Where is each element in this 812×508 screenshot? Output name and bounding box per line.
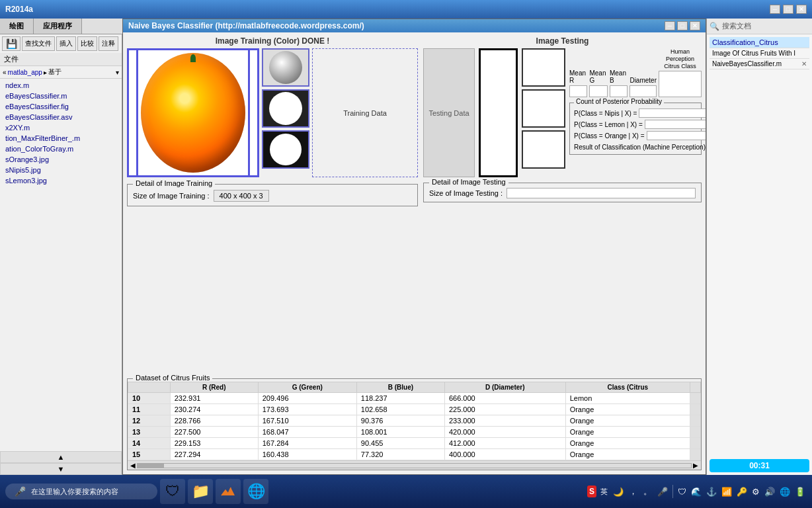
scroll-track [137, 463, 692, 468]
cell-r: 227.294 [170, 449, 258, 460]
testing-data-box: Testing Data [423, 48, 475, 177]
tray-english-icon[interactable]: 英 [598, 486, 610, 498]
mean-b-input[interactable] [610, 85, 628, 97]
chevron-down-icon[interactable]: ▾ [116, 69, 119, 76]
tray-area: S 英 🌙 ， 。 🎤 🛡 🌊 ⚓ 📶 🔑 ⚙ 🔊 🌐 🔋 [587, 484, 807, 499]
cell-r: 230.274 [170, 404, 258, 415]
tray-speaker-icon[interactable]: 🔊 [763, 486, 776, 498]
right-item-1[interactable]: Image Of Citrus Fruits With I [710, 48, 809, 59]
window-title: Naive Bayes Classifier (http://matlabfre… [128, 21, 364, 30]
file-item-4[interactable]: x2XY.m [0, 122, 122, 133]
file-sidebar: 文件 « matlab_app ▸ 基于 ▾ ndex.m eBayesClas… [0, 53, 122, 475]
result-row: Result of Classification (Machine Percep… [574, 142, 697, 151]
toolbar-compare-btn[interactable]: 比较 [77, 36, 97, 51]
orange-label: P(Class = Orange | X) = [574, 132, 645, 140]
win-minimize-btn[interactable]: ─ [665, 21, 675, 30]
cell-d: 225.000 [444, 404, 565, 415]
scroll-right-icon[interactable]: ▶ [693, 462, 698, 469]
size-value-box: 400 x 400 x 3 [214, 190, 269, 202]
tray-moon-icon[interactable]: 🌙 [612, 486, 625, 498]
tab-app[interactable]: 应用程序 [34, 19, 82, 34]
table-hscroll[interactable]: ◀ ▶ [128, 460, 701, 470]
toolbar-comment-btn[interactable]: 注释 [99, 36, 118, 51]
matlab-maximize[interactable]: □ [783, 5, 793, 14]
scroll-up-btn[interactable]: ▲ [0, 451, 122, 463]
testing-main-image [479, 48, 518, 177]
close-icon[interactable]: ✕ [801, 60, 807, 67]
cell-class: Orange [565, 449, 690, 460]
cell-d: 412.000 [444, 438, 565, 449]
file-item-7[interactable]: sOrange3.jpg [0, 154, 122, 165]
human-perception-input[interactable] [659, 71, 702, 97]
search-bar: 🔍 搜索文档 [707, 19, 812, 34]
file-item-1[interactable]: eBayesClassifier.m [0, 91, 122, 101]
matlab-minimize[interactable]: ─ [770, 5, 780, 14]
toolbar-save-btn[interactable]: 💾 [2, 36, 20, 51]
chevron-left-icon[interactable]: « [3, 69, 7, 76]
toolbar-insert-btn[interactable]: 插入 [56, 36, 76, 51]
tray-droplet-icon[interactable]: 🌊 [690, 486, 703, 498]
file-item-3[interactable]: eBayesClassifier.asv [0, 112, 122, 122]
cell-b: 118.237 [356, 393, 444, 404]
testing-header: Image Testing [423, 36, 702, 46]
panels-row: Image Training (Color) DONE ! [127, 36, 702, 372]
testing-thumb-col [522, 48, 565, 177]
tray-divider [672, 485, 673, 498]
tray-battery-icon[interactable]: 🔋 [793, 486, 807, 498]
binary-circle [269, 92, 302, 125]
table-row: 14 229.153 167.284 90.455 412.000 Orange [128, 438, 701, 449]
col-header-r: R (Red) [170, 382, 258, 393]
file-item-2[interactable]: eBayesClassifier.fig [0, 101, 122, 112]
taskbar-matlab-icon[interactable] [216, 479, 241, 504]
testing-size-input[interactable] [507, 188, 696, 198]
file-item-8[interactable]: sNipis5.jpg [0, 165, 122, 175]
tray-comma-icon[interactable]: ， [627, 484, 639, 499]
posterior-box: Count of Posterior Probability P(Class =… [569, 103, 702, 155]
tray-key-icon[interactable]: 🔑 [735, 486, 749, 498]
tray-network-icon[interactable]: 🌐 [778, 486, 792, 498]
cell-g: 209.496 [258, 393, 356, 404]
tray-shield2-icon[interactable]: 🛡 [676, 486, 688, 498]
start-search[interactable]: 🎤 在这里输入你要搜索的内容 [5, 484, 157, 499]
nipis-value-input[interactable] [639, 108, 706, 118]
tab-plot[interactable]: 绘图 [0, 19, 34, 34]
tray-wifi-icon[interactable]: 📶 [720, 486, 733, 498]
file-item-9[interactable]: sLemon3.jpg [0, 175, 122, 186]
breadcrumb-part1: matlab_app [8, 69, 42, 76]
matlab-close[interactable]: ✕ [796, 5, 807, 14]
tray-gear-icon[interactable]: ⚙ [751, 486, 761, 498]
taskbar-folder-icon[interactable]: 📁 [188, 479, 213, 504]
mean-r-col: Mean R [569, 69, 587, 97]
dataset-section: Dataset of Citrus Fruits R (Red) G (Gree… [127, 378, 702, 470]
detail-testing-box: Detail of Image Testing Size of Image Te… [423, 183, 702, 202]
diameter-input[interactable] [629, 85, 657, 97]
file-item-5[interactable]: tion_MaxFilterBiner_.m [0, 133, 122, 144]
win-close-btn[interactable]: ✕ [690, 21, 700, 30]
taskbar-shield-icon[interactable]: 🛡 [160, 479, 185, 504]
cell-b: 77.320 [356, 449, 444, 460]
cell-g: 173.693 [258, 404, 356, 415]
file-item-6[interactable]: ation_ColorToGray.m [0, 144, 122, 154]
tray-sougou-icon[interactable]: S [587, 486, 596, 497]
main-window: Naive Bayes Classifier (http://matlabfre… [122, 19, 706, 475]
taskbar-globe-icon[interactable]: 🌐 [243, 479, 268, 504]
win-maximize-btn[interactable]: □ [677, 21, 688, 30]
tray-dot-icon[interactable]: 。 [641, 484, 654, 499]
orange-value-input[interactable] [647, 131, 706, 140]
training-header: Image Training (Color) DONE ! [127, 36, 418, 46]
right-item-0[interactable]: Classification_Citrus [710, 37, 809, 48]
file-item-0[interactable]: ndex.m [0, 80, 122, 91]
cell-class: Lemon [565, 393, 690, 404]
tray-mic2-icon[interactable]: 🎤 [656, 486, 669, 498]
mean-b-label: Mean B [610, 69, 628, 84]
mean-g-input[interactable] [589, 85, 607, 97]
tray-anchor-icon[interactable]: ⚓ [705, 486, 718, 498]
scroll-down-btn[interactable]: ▼ [0, 463, 122, 475]
toolbar-find-btn[interactable]: 查找文件 [22, 36, 55, 51]
scroll-left-icon[interactable]: ◀ [130, 462, 136, 469]
lemon-value-input[interactable] [645, 120, 706, 129]
scroll-thumb[interactable] [138, 464, 164, 468]
right-item-2[interactable]: NaiveBayesClassifier.m ✕ [710, 59, 809, 69]
mean-r-input[interactable] [569, 85, 587, 97]
posterior-title: Count of Posterior Probability [574, 98, 664, 105]
